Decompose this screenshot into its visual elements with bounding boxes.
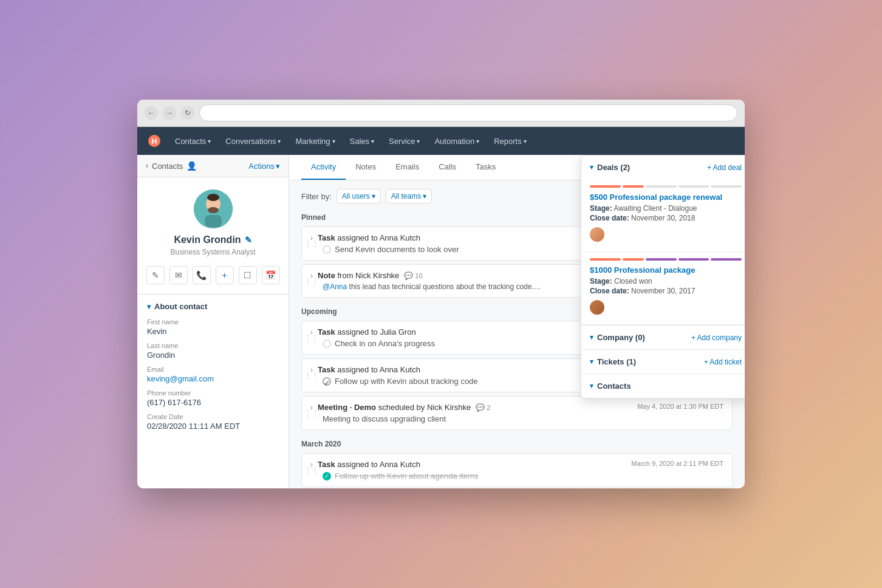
activity-item-left: › Task assigned to Anna Kutch [310,365,420,374]
svg-rect-5 [205,215,222,227]
company-header-left: ▾ Company (0) [590,333,645,342]
contact-profile: Kevin Grondin ✎ Business Systems Analyst… [137,177,289,295]
reload-button[interactable]: ↻ [181,106,194,120]
progress-segment [590,185,621,188]
activity-content: ✓ Follow up with Kevin about agenda item… [310,471,723,480]
add-ticket-button[interactable]: + Add ticket [704,358,742,366]
edit-button[interactable]: ✎ [146,266,165,284]
progress-segment [646,185,677,188]
nav-conversations[interactable]: Conversations ▾ [219,133,287,149]
phone-button[interactable]: 📞 [193,266,211,284]
nav-reports[interactable]: Reports ▾ [488,133,533,149]
progress-segment [623,185,644,188]
tab-calls[interactable]: Calls [429,155,466,180]
deal-progress-bar [590,185,742,188]
deal-card: $1000 Professional package Stage: Closed… [581,252,745,325]
all-teams-dropdown[interactable]: All teams ▾ [386,189,432,203]
task-circle-icon[interactable] [323,340,331,348]
chevron-down-icon: ▾ [423,192,426,200]
task-circle-icon[interactable] [323,245,331,254]
email-button[interactable]: ✉ [169,266,188,284]
progress-segment [590,258,621,261]
email-field: Email keving@gmail.com [147,366,279,383]
svg-point-6 [207,194,219,201]
drag-handle[interactable]: ⋮⋮ [304,333,319,342]
contacts-header: ‹ Contacts 👤 Actions ▾ [137,155,289,177]
contacts-nav[interactable]: ‹ Contacts 👤 [146,161,197,171]
activity-item-left: › Task assigned to Anna Kutch [310,460,420,469]
drag-handle[interactable]: ⋮⋮ [304,277,319,285]
progress-segment [711,185,742,188]
activity-item-header: › Meeting · Demo scheduled by Nick Kirsh… [310,403,723,412]
activity-item-left: › Meeting · Demo scheduled by Nick Kirsh… [310,403,490,412]
avatar [194,190,233,228]
drag-handle[interactable]: ⋮⋮ [304,466,319,474]
meeting-comment-count: 💬 2 [476,403,490,412]
address-bar[interactable] [199,104,737,121]
drag-handle[interactable]: ⋮⋮ [304,371,319,380]
back-button[interactable]: ← [145,106,158,120]
nav-service[interactable]: Service ▾ [383,133,426,149]
list-item: ⋮⋮ › Meeting · Demo scheduled by Nick Ki… [301,396,733,430]
hubspot-navbar: H Contacts ▾ Conversations ▾ Marketing ▾… [137,127,745,155]
nav-contacts[interactable]: Contacts ▾ [169,133,217,149]
deal-close-date: Close date: November 30, 2018 [590,214,742,222]
add-deal-button[interactable]: + Add deal [707,163,742,172]
task-done-icon[interactable]: ✓ [323,472,331,480]
chevron-down-icon: ▾ [208,138,211,145]
add-company-button[interactable]: + Add company [691,333,742,342]
note-comment-count: 💬 10 [404,272,422,280]
chevron-down-icon: ▾ [372,192,375,200]
tickets-header-left: ▾ Tickets (1) [590,357,636,366]
contact-role: Business Systems Analyst [170,248,255,256]
svg-point-4 [208,207,219,213]
deals-section: ▾ Deals (2) + Add deal $500 Professional… [581,156,745,326]
deal-title[interactable]: $1000 Professional package [590,265,742,275]
browser-chrome: ← → ↻ [137,100,745,127]
note-content: @Anna this lead has technical questions … [310,282,541,291]
deal-card: $500 Professional package renewal Stage:… [581,179,745,252]
about-header[interactable]: ▾ About contact [147,302,279,311]
svg-text:H: H [151,137,157,146]
phone-field: Phone number (617) 617-6176 [147,389,279,407]
drag-handle[interactable]: ⋮⋮ [304,409,319,417]
contacts-person-icon: 👤 [186,161,197,171]
add-button[interactable]: + [216,266,234,284]
nav-sales[interactable]: Sales ▾ [344,133,381,149]
nav-automation[interactable]: Automation ▾ [428,133,485,149]
chevron-down-icon: ▾ [476,138,479,145]
contacts-section: ▾ Contacts [581,374,745,398]
actions-button[interactable]: Actions ▾ [248,162,280,171]
list-item: ⋮⋮ › Task assigned to Anna Kutch March 9… [301,453,733,487]
drag-handle[interactable]: ⋮⋮ [304,239,319,248]
deals-header[interactable]: ▾ Deals (2) + Add deal [581,156,745,179]
edit-icon[interactable]: ✎ [245,235,252,245]
deal-close-date: Close date: November 30, 2017 [590,287,742,295]
chat-bubble-icon: 💬 [476,403,485,412]
tab-emails[interactable]: Emails [386,155,429,180]
calendar-button[interactable]: 📅 [262,266,280,284]
chevron-down-icon: ▾ [417,138,420,145]
main-area: ‹ Contacts 👤 Actions ▾ [137,155,745,488]
activity-item-left: › Task assigned to Anna Kutch [310,233,420,242]
hubspot-logo: H [147,134,162,148]
activity-item-left: › Note from Nick Kirshke 💬 10 [310,271,423,280]
progress-segment [679,258,709,261]
deal-avatar [590,300,604,315]
tasks-button[interactable]: ☐ [239,266,257,284]
left-sidebar: ‹ Contacts 👤 Actions ▾ [137,155,289,488]
deal-title[interactable]: $500 Professional package renewal [590,193,742,202]
tab-notes[interactable]: Notes [346,155,386,180]
contact-name: Kevin Grondin ✎ [174,234,251,245]
company-header[interactable]: ▾ Company (0) + Add company [581,326,745,349]
tickets-header[interactable]: ▾ Tickets (1) + Add ticket [581,350,745,374]
forward-button[interactable]: → [163,106,176,120]
chevron-down-icon: ▾ [332,138,335,145]
contacts-section-header[interactable]: ▾ Contacts [581,374,745,398]
task-circle-icon[interactable]: ✓ [323,377,331,386]
deal-avatar [590,227,604,242]
tab-tasks[interactable]: Tasks [466,155,505,180]
all-users-dropdown[interactable]: All users ▾ [337,189,381,203]
tab-activity[interactable]: Activity [301,155,346,180]
nav-marketing[interactable]: Marketing ▾ [289,133,341,149]
